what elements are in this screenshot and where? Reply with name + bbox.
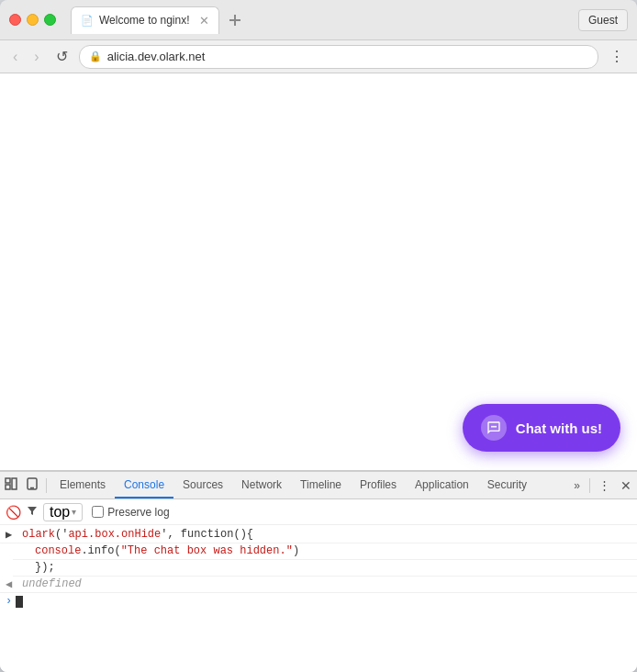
devtools-tabs: Elements Console Sources Network Timelin… xyxy=(0,472,637,499)
svg-rect-6 xyxy=(6,485,10,489)
tab-bar: 📄 Welcome to nginx! ✕ xyxy=(71,6,571,34)
close-button[interactable] xyxy=(9,14,21,26)
console-code-1: olark('api.box.onHide', function(){ xyxy=(22,528,253,541)
console-context-selector[interactable]: top ▾ xyxy=(43,503,83,521)
console-output: ▶ olark('api.box.onHide', function(){ co… xyxy=(0,525,637,672)
tab-favicon-icon: 📄 xyxy=(81,15,94,27)
console-result-value: undefined xyxy=(22,577,82,590)
tab-separator-2 xyxy=(589,478,590,493)
svg-rect-1 xyxy=(229,19,240,21)
console-line-2: console.info("The chat box was hidden.") xyxy=(13,543,637,560)
devtools-tab-network[interactable]: Network xyxy=(232,472,291,498)
forward-button[interactable]: › xyxy=(28,47,44,67)
console-line-1: ▶ olark('api.box.onHide', function(){ xyxy=(0,527,637,543)
chat-bubble-icon xyxy=(481,415,507,441)
svg-rect-7 xyxy=(12,478,17,489)
lock-icon: 🔒 xyxy=(89,50,102,62)
devtools-panel: Elements Console Sources Network Timelin… xyxy=(0,470,637,672)
context-label: top xyxy=(50,504,70,521)
browser-tab[interactable]: 📄 Welcome to nginx! ✕ xyxy=(71,6,219,34)
nav-bar: ‹ › ↺ 🔒 alicia.dev.olark.net ⋮ xyxy=(0,40,637,73)
devtools-more-tabs-button[interactable]: » xyxy=(568,479,586,492)
devtools-tab-console[interactable]: Console xyxy=(115,472,173,498)
minimize-button[interactable] xyxy=(27,14,39,26)
page-content: Chat with us! xyxy=(0,73,637,470)
result-arrow-icon: ◀ xyxy=(6,577,18,591)
console-toolbar: 🚫 top ▾ Preserve log xyxy=(0,499,637,525)
svg-point-4 xyxy=(495,426,497,428)
devtools-settings-button[interactable]: ⋮ xyxy=(594,476,615,494)
devtools-tab-sources[interactable]: Sources xyxy=(173,472,232,498)
devtools-close-button[interactable]: ✕ xyxy=(615,478,637,493)
expand-arrow-icon[interactable]: ▶ xyxy=(6,528,18,542)
console-line-3: }); xyxy=(13,560,637,577)
svg-point-2 xyxy=(491,426,493,428)
indent-spacer xyxy=(18,544,31,557)
maximize-button[interactable] xyxy=(44,14,56,26)
browser-more-button[interactable]: ⋮ xyxy=(604,46,630,67)
devtools-tab-elements[interactable]: Elements xyxy=(50,472,115,498)
refresh-button[interactable]: ↺ xyxy=(50,46,73,67)
new-tab-button[interactable] xyxy=(223,8,247,32)
devtools-tab-security[interactable]: Security xyxy=(478,472,536,498)
chat-widget[interactable]: Chat with us! xyxy=(463,404,620,452)
console-prompt-line[interactable]: › xyxy=(0,593,637,610)
prompt-arrow-icon: › xyxy=(6,595,12,608)
indent-spacer-2 xyxy=(18,561,31,574)
address-text: alicia.dev.olark.net xyxy=(107,50,588,63)
chat-widget-label: Chat with us! xyxy=(516,420,602,436)
tab-separator xyxy=(46,478,47,493)
svg-rect-5 xyxy=(6,478,10,483)
title-bar: 📄 Welcome to nginx! ✕ Guest xyxy=(0,0,637,40)
console-line-result: ◀ undefined xyxy=(0,577,637,593)
guest-button[interactable]: Guest xyxy=(578,9,628,31)
console-clear-button[interactable]: 🚫 xyxy=(6,505,21,520)
svg-point-3 xyxy=(493,426,495,428)
preserve-log-label: Preserve log xyxy=(92,506,169,519)
console-filter-button[interactable] xyxy=(27,505,38,519)
devtools-tab-application[interactable]: Application xyxy=(406,472,478,498)
console-code-2: console.info("The chat box was hidden.") xyxy=(35,544,299,557)
traffic-lights xyxy=(9,14,56,26)
back-button[interactable]: ‹ xyxy=(7,47,23,67)
devtools-tab-timeline[interactable]: Timeline xyxy=(291,472,351,498)
chevron-down-icon: ▾ xyxy=(72,507,76,517)
devtools-mobile-button[interactable] xyxy=(22,476,42,495)
preserve-log-checkbox[interactable] xyxy=(92,506,104,518)
tab-close-icon[interactable]: ✕ xyxy=(199,14,209,28)
browser-window: 📄 Welcome to nginx! ✕ Guest ‹ › ↺ 🔒 alic… xyxy=(0,0,637,672)
console-cursor xyxy=(16,596,23,608)
devtools-inspect-button[interactable] xyxy=(0,476,22,495)
tab-title: Welcome to nginx! xyxy=(99,14,190,27)
console-code-3: }); xyxy=(35,561,55,574)
address-bar[interactable]: 🔒 alicia.dev.olark.net xyxy=(79,45,598,69)
devtools-tab-profiles[interactable]: Profiles xyxy=(351,472,406,498)
